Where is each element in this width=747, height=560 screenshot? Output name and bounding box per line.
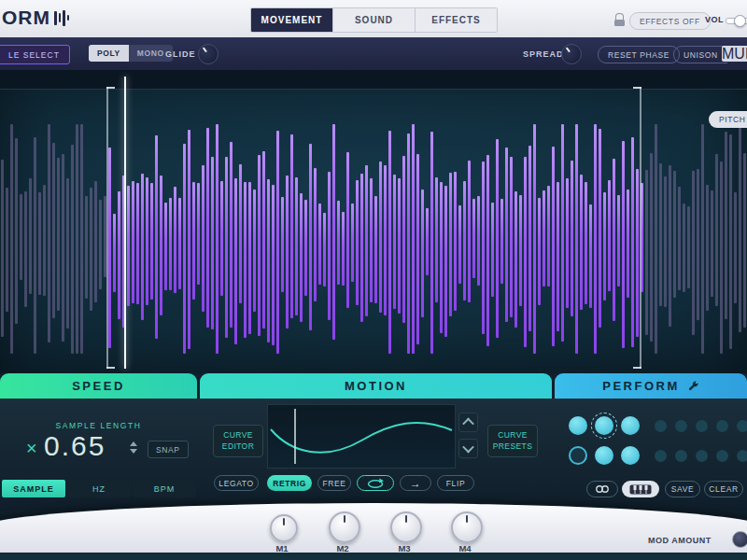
link-icon — [595, 484, 610, 494]
app-logo: ORM — [2, 7, 69, 29]
voice-bar: LE SELECT POLY MONO GLIDE SPREAD RESET P… — [0, 37, 747, 70]
perform-dot-0-2[interactable] — [621, 416, 640, 435]
perform-dot-1-7[interactable] — [737, 450, 747, 462]
stepper-up-icon[interactable] — [130, 441, 137, 446]
glide-label: GLIDE — [165, 49, 196, 59]
volume-slider[interactable] — [726, 18, 747, 24]
perform-dot-1-3[interactable] — [655, 450, 667, 462]
perform-dot-0-0[interactable] — [569, 416, 587, 435]
waveform-display[interactable]: PITCH CU — [0, 70, 747, 373]
perform-header-label: PERFORM — [602, 379, 680, 393]
spread-label: SPREAD — [523, 49, 564, 59]
main-tab-bar: MOVEMENT SOUND EFFECTS — [250, 7, 498, 33]
selection-end-handle[interactable] — [640, 87, 641, 369]
flip-button[interactable]: FLIP — [437, 475, 474, 491]
wrench-icon[interactable] — [687, 380, 699, 392]
bottom-strip — [0, 552, 747, 560]
speed-mode-tabs: SAMPLE HZ BPM — [2, 480, 196, 497]
speed-value-stepper[interactable] — [130, 441, 137, 454]
speed-header-label: SPEED — [72, 379, 125, 393]
tab-sound[interactable]: SOUND — [333, 8, 416, 32]
perform-dot-1-0[interactable] — [569, 446, 587, 465]
mod-amount-knob[interactable] — [732, 531, 747, 548]
glide-knob[interactable] — [198, 44, 218, 64]
perform-dot-0-5[interactable] — [696, 420, 708, 432]
arrow-right-icon: → — [410, 477, 422, 490]
perform-dot-1-6[interactable] — [716, 450, 728, 462]
selection-start-bottom-bracket — [106, 367, 115, 369]
spread-knob[interactable] — [561, 44, 582, 64]
volume-slider-knob[interactable] — [734, 15, 746, 27]
macro-knob-m4[interactable] — [451, 511, 483, 543]
motion-curve-display[interactable] — [267, 404, 456, 469]
motion-section-header[interactable]: MOTION — [200, 373, 552, 399]
multiply-sign: × — [26, 438, 37, 459]
selection-end-top-bracket — [633, 87, 641, 89]
perform-section-header[interactable]: PERFORM — [555, 373, 747, 399]
loop-icon — [365, 478, 386, 489]
perform-dot-1-4[interactable] — [675, 450, 687, 462]
tab-bpm[interactable]: BPM — [133, 480, 196, 497]
selection-start-handle[interactable] — [106, 87, 108, 369]
motion-header-label: MOTION — [345, 379, 407, 393]
poly-button[interactable]: POLY — [89, 45, 129, 62]
perform-dot-0-7[interactable] — [737, 420, 747, 432]
macro-bar — [0, 503, 747, 553]
tab-effects[interactable]: EFFECTS — [416, 8, 497, 32]
macro-label-m4: M4 — [446, 543, 484, 553]
curve-up-button[interactable] — [458, 413, 478, 432]
mod-amount-label: MOD AMOUNT — [648, 536, 712, 545]
macro-knob-m3[interactable] — [390, 511, 422, 543]
tab-movement[interactable]: MOVEMENT — [251, 8, 333, 32]
plugin-window: ORM MOVEMENT SOUND EFFECTS EFFECTS OFF V… — [0, 0, 747, 560]
pitch-curve-button[interactable]: PITCH CU — [709, 111, 747, 128]
keyboard-mode-button[interactable] — [622, 481, 659, 497]
macro-label-m2: M2 — [324, 543, 361, 553]
speed-section-header[interactable]: SPEED — [0, 373, 197, 399]
perform-dot-0-3[interactable] — [655, 420, 667, 432]
tab-hz[interactable]: HZ — [67, 480, 131, 497]
sample-select-button[interactable]: LE SELECT — [0, 45, 70, 64]
chevron-down-icon — [462, 441, 474, 454]
link-mode-button[interactable] — [586, 481, 618, 497]
curve-down-button[interactable] — [458, 439, 478, 458]
unison-button[interactable]: UNISON — [673, 46, 727, 63]
motion-curve-graphic — [268, 405, 455, 468]
legato-button[interactable]: LEGATO — [214, 475, 259, 491]
loop-mode-button[interactable] — [357, 475, 394, 491]
mult-button[interactable]: MULT — [722, 46, 747, 62]
macro-knob-m1[interactable] — [270, 514, 298, 542]
reset-phase-button[interactable]: RESET PHASE — [598, 46, 680, 63]
perform-dot-1-5[interactable] — [696, 450, 708, 462]
chevron-up-icon — [462, 418, 474, 430]
selection-end-bottom-bracket — [633, 367, 641, 369]
perform-dot-1-2[interactable] — [621, 446, 640, 465]
volume-label: VOL — [705, 15, 724, 24]
poly-mono-switch: POLY MONO — [89, 45, 173, 62]
perform-dot-0-1[interactable] — [595, 416, 613, 435]
free-button[interactable]: FREE — [317, 475, 351, 491]
curve-presets-button[interactable]: CURVE PRESETS — [487, 425, 538, 457]
macro-label-m3: M3 — [386, 543, 423, 553]
selection-start-top-bracket — [106, 87, 115, 89]
perform-dot-0-6[interactable] — [716, 420, 728, 432]
macro-label-m1: M1 — [263, 543, 301, 553]
effects-off-button[interactable]: EFFECTS OFF — [629, 12, 711, 30]
speed-value[interactable]: 0.65 — [44, 430, 106, 462]
tab-sample[interactable]: SAMPLE — [2, 480, 65, 497]
perform-dot-0-4[interactable] — [675, 420, 687, 432]
playhead[interactable] — [124, 77, 126, 369]
lock-icon[interactable] — [614, 13, 625, 26]
save-button[interactable]: SAVE — [665, 481, 700, 497]
macro-knob-m2[interactable] — [329, 511, 360, 543]
perform-dot-1-1[interactable] — [595, 446, 613, 465]
sample-length-label: SAMPLE LENGTH — [0, 421, 197, 430]
direction-button[interactable]: → — [400, 475, 431, 491]
snap-button[interactable]: SNAP — [148, 441, 189, 458]
waveform-bars — [0, 70, 747, 373]
perform-snapshot-grid[interactable] — [556, 408, 747, 475]
retrig-button[interactable]: RETRIG — [267, 475, 312, 491]
curve-editor-button[interactable]: CURVE EDITOR — [213, 425, 263, 457]
stepper-down-icon[interactable] — [130, 449, 137, 454]
clear-button[interactable]: CLEAR — [704, 481, 743, 497]
